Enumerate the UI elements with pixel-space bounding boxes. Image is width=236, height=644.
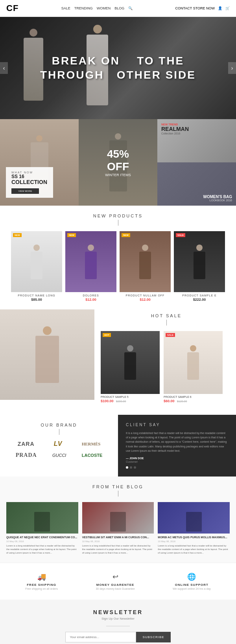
hot-sale-model-image[interactable]: [0, 309, 94, 400]
client-dot-2[interactable]: [130, 466, 132, 469]
hot-product-price-2: $60.00 $120.00: [164, 399, 223, 403]
hero-text: BREAK ON TO THE THROUGH OTHER SIDE: [40, 54, 196, 83]
cart-icon[interactable]: 🛒: [225, 6, 230, 10]
product-image-2[interactable]: NEW: [65, 231, 116, 292]
blog-meta-3: 10 May 08, 2016: [158, 540, 230, 543]
realman-text: REALMAN: [161, 126, 189, 132]
blog-image-1[interactable]: [6, 502, 78, 534]
hot-product-badge-2: SALE: [166, 333, 175, 337]
hot-product-2: SALE PRODUCT SAMPLE 6 $60.00 $120.00: [164, 331, 223, 403]
promo-winter: WINTER ITEMS: [98, 173, 138, 177]
hot-sale-inner: HOT SALE HOT PRODUCT SAMPLE 5 $100.00 $2…: [0, 309, 236, 407]
client-quote-text: It is a long established fact that a rea…: [126, 431, 228, 453]
newsletter-email-input[interactable]: [65, 632, 136, 642]
hot-product-name-1: PRODUCT SAMPLE 5: [101, 396, 160, 398]
promo-cell-3: NEW TREND REALMAN Collection 2016 WOMEN'…: [157, 119, 236, 206]
blog-title-3: MORBI AC METUS QUIS PURUS MOLLIS MAXIMUS…: [158, 535, 230, 539]
womens-bag-sub: LOOKBOOK 2016: [203, 199, 232, 202]
product-price-4: $222.00: [174, 298, 225, 302]
section-divider: [118, 220, 118, 226]
hero-next-button[interactable]: ›: [228, 62, 236, 74]
view-more-button[interactable]: VIEW MORE: [11, 188, 39, 194]
promo-what-now: WHAT NOW: [11, 171, 48, 174]
product-name-1: PRODUCT NAME LONG: [11, 294, 62, 297]
client-subtitle: Customer: [126, 460, 228, 463]
client-say-section: CLIENT SAY It is a long established fact…: [118, 415, 236, 477]
newsletter-section: NEWSLETTER Sign Up Our Newsletter SUBSCR…: [0, 600, 236, 644]
site-logo[interactable]: CF: [6, 3, 18, 13]
brands-row-2: PRADA GUCCI LACOSTE: [8, 452, 110, 458]
hot-sale-right: HOT SALE HOT PRODUCT SAMPLE 5 $100.00 $2…: [94, 309, 236, 407]
brand-lv[interactable]: LV: [54, 440, 63, 447]
subscribe-button[interactable]: SUBSCRIBE: [136, 632, 170, 642]
promo-cell-1: WHAT NOW SS 16 COLLECTION VIEW MORE: [0, 119, 79, 206]
hot-product-image-2[interactable]: SALE: [164, 331, 223, 394]
client-say-title: CLIENT SAY: [126, 423, 228, 427]
nav-trending[interactable]: TRENDING: [74, 6, 93, 10]
hot-product-image-1[interactable]: HOT: [101, 331, 160, 394]
product-image-1[interactable]: NEW: [11, 231, 62, 292]
hot-product-name-2: PRODUCT SAMPLE 6: [164, 396, 223, 398]
newsletter-form: SUBSCRIBE: [6, 632, 230, 642]
brand-divider: [59, 429, 59, 435]
blog-divider: [118, 491, 118, 497]
header-right: CONTACT STORE NOW 👤 🛒: [175, 6, 230, 10]
product-price-3: $12.00: [120, 298, 171, 302]
support-icon: 🌐: [173, 572, 211, 581]
new-products-title: NEW PRODUCTS: [6, 213, 230, 218]
product-card-3: NEW PRODUCT NULLAM OFF $12.00: [120, 231, 171, 302]
client-dot-3[interactable]: [134, 466, 136, 469]
product-image-3[interactable]: NEW: [120, 231, 171, 292]
blog-title: FROM THE BLOG: [6, 484, 230, 489]
blog-excerpt-2: Lorem is a long established fact that a …: [82, 544, 154, 555]
client-name: — JOHN DOE: [126, 457, 228, 460]
womens-bag-label: WOMEN'S BAG LOOKBOOK 2016: [203, 195, 232, 202]
blog-grid: QUISQUE AT NEQUE NEC ERAT CONDIMENTUM CO…: [6, 502, 230, 555]
support-title: ONLINE SUPPORT: [173, 583, 211, 587]
client-dots: [126, 466, 228, 469]
blog-title-2: VESTIBULUM SIT AMET ENIM A MI CURSUS CON…: [82, 535, 154, 539]
newsletter-title: NEWSLETTER: [6, 609, 230, 615]
blog-meta-2: 10 May 08, 2016: [82, 540, 154, 543]
brand-prada[interactable]: PRADA: [16, 452, 37, 458]
hot-product-badge-1: HOT: [103, 333, 111, 337]
feature-money: ↩ MONEY GUARENTEE 30 days money back Gua…: [96, 572, 135, 590]
product-badge-2: NEW: [67, 233, 76, 237]
products-grid: NEW PRODUCT NAME LONG $85.00 NEW DOLORES…: [6, 231, 230, 302]
hot-sale-section: HOT SALE HOT PRODUCT SAMPLE 5 $100.00 $2…: [0, 309, 236, 415]
brand-hermes[interactable]: HERMÈS: [82, 442, 101, 446]
brand-client-section: OUR BRAND ZARA LV HERMÈS PRADA GUCCI LAC…: [0, 415, 236, 477]
promo-card: WHAT NOW SS 16 COLLECTION VIEW MORE: [6, 167, 53, 198]
blog-image-2[interactable]: [82, 502, 154, 534]
promo-collection: COLLECTION: [11, 179, 48, 185]
product-card-2: NEW DOLORES $12.00: [65, 231, 116, 302]
hot-sale-left: [0, 309, 94, 407]
client-dot-1[interactable]: [126, 466, 128, 469]
search-icon[interactable]: 🔍: [128, 6, 133, 10]
promo-sale-overlay: 45% OFF WINTER ITEMS: [98, 148, 138, 177]
nav-women[interactable]: WOMEN: [97, 6, 111, 10]
hero-prev-button[interactable]: ‹: [0, 62, 8, 74]
promo-cell-3-bottom: WOMEN'S BAG LOOKBOOK 2016: [157, 162, 236, 206]
blog-image-3[interactable]: [158, 502, 230, 534]
brand-zara[interactable]: ZARA: [18, 441, 35, 447]
nav-blog[interactable]: BLOG: [114, 6, 124, 10]
contact-store-link[interactable]: CONTACT STORE NOW: [175, 6, 215, 10]
hero-title-line2: THROUGH OTHER SIDE: [40, 68, 196, 82]
promo-cell-2: 45% OFF WINTER ITEMS: [79, 119, 157, 206]
feature-shipping: 🚚 FREE SHIPPING Free shipping on all ord…: [25, 572, 58, 590]
features-section: 🚚 FREE SHIPPING Free shipping on all ord…: [0, 563, 236, 600]
blog-card-2: VESTIBULUM SIT AMET ENIM A MI CURSUS CON…: [82, 502, 154, 555]
blog-card-3: MORBI AC METUS QUIS PURUS MOLLIS MAXIMUS…: [158, 502, 230, 555]
hot-sale-products: HOT PRODUCT SAMPLE 5 $100.00 $200.00: [101, 331, 232, 403]
promo-percent: 45% OFF: [98, 148, 138, 173]
brand-lacoste[interactable]: LACOSTE: [82, 453, 103, 458]
shipping-icon: 🚚: [25, 572, 58, 581]
promo-grid: WHAT NOW SS 16 COLLECTION VIEW MORE 45% …: [0, 119, 236, 206]
product-image-4[interactable]: SALE: [174, 231, 225, 292]
nav-sale[interactable]: SALE: [61, 6, 70, 10]
product-badge-1: NEW: [13, 233, 22, 237]
brand-gucci[interactable]: GUCCI: [52, 453, 66, 458]
blog-meta-1: 10 May 08, 2016: [6, 540, 78, 543]
user-icon[interactable]: 👤: [218, 6, 222, 10]
